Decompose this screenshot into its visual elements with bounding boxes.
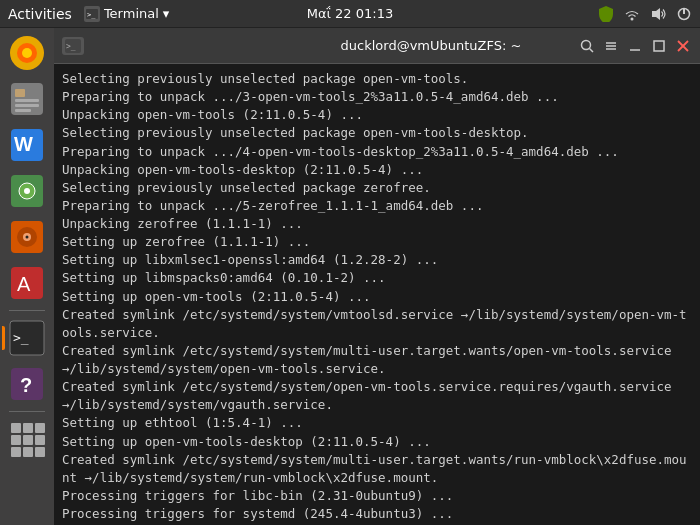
apps-grid-icon <box>9 421 45 457</box>
launcher-item-browser[interactable] <box>6 32 48 74</box>
svg-point-31 <box>582 40 591 49</box>
terminal-line: Processing triggers for libc-bin (2.31-0… <box>62 487 692 505</box>
terminal-line: Preparing to unpack .../3-open-vm-tools_… <box>62 88 692 106</box>
terminal-line: Created symlink /etc/systemd/system/vmto… <box>62 306 692 342</box>
launcher-item-terminal[interactable]: >_ <box>6 317 48 359</box>
launcher-item-help[interactable]: ? <box>6 363 48 405</box>
terminal-line: Selecting previously unselected package … <box>62 124 692 142</box>
terminal-line: Unpacking open-vm-tools-desktop (2:11.0.… <box>62 161 692 179</box>
launcher-item-music[interactable] <box>6 216 48 258</box>
vpn-icon[interactable] <box>598 6 614 22</box>
svg-rect-11 <box>15 99 39 102</box>
terminal-maximize-button[interactable] <box>650 37 668 55</box>
svg-text:>_: >_ <box>13 330 29 345</box>
launcher-sidebar: W A >_ ? <box>0 28 54 525</box>
svg-text:>_: >_ <box>66 42 76 51</box>
terminal-line: Setting up libxmlsec1-openssl:amd64 (1.2… <box>62 251 692 269</box>
network-icon[interactable] <box>624 6 640 22</box>
terminal-menu-label: Terminal <box>104 6 159 21</box>
svg-text:?: ? <box>20 374 32 396</box>
svg-text:>_: >_ <box>87 11 96 19</box>
terminal-line: Created symlink /etc/systemd/system/mult… <box>62 451 692 487</box>
top-bar: Activities >_ Terminal ▾ Μαΐ 22 01:13 <box>0 0 700 28</box>
launcher-item-photos[interactable] <box>6 170 48 212</box>
svg-point-8 <box>22 48 32 58</box>
svg-text:A: A <box>17 273 31 295</box>
terminal-line: Setting up zerofree (1.1.1-1) ... <box>62 233 692 251</box>
terminal-line: Unpacking zerofree (1.1.1-1) ... <box>62 215 692 233</box>
terminal-menu-dropdown[interactable]: ▾ <box>163 6 170 21</box>
svg-point-22 <box>26 236 29 239</box>
svg-point-2 <box>631 17 634 20</box>
activities-button[interactable]: Activities <box>8 6 72 22</box>
terminal-line: Setting up open-vm-tools-desktop (2:11.0… <box>62 433 692 451</box>
launcher-divider-2 <box>9 411 45 412</box>
titlebar-left-controls: >_ <box>62 37 84 55</box>
terminal-close-button[interactable] <box>674 37 692 55</box>
terminal-search-button[interactable] <box>578 37 596 55</box>
titlebar-right-controls <box>578 37 692 55</box>
svg-rect-12 <box>15 104 39 107</box>
terminal-line: Created symlink /etc/systemd/system/mult… <box>62 342 692 378</box>
topbar-left: Activities >_ Terminal ▾ <box>8 6 169 22</box>
terminal-minimize-button[interactable] <box>626 37 644 55</box>
terminal-menu-button[interactable] <box>602 37 620 55</box>
terminal-menu-icon: >_ <box>84 6 100 22</box>
launcher-show-apps-button[interactable] <box>6 418 48 460</box>
svg-point-18 <box>24 188 30 194</box>
launcher-item-office[interactable]: W <box>6 124 48 166</box>
volume-icon[interactable] <box>650 6 666 22</box>
terminal-line: Unpacking open-vm-tools (2:11.0.5-4) ... <box>62 106 692 124</box>
terminal-output[interactable]: Selecting previously unselected package … <box>54 64 700 525</box>
launcher-item-appstore[interactable]: A <box>6 262 48 304</box>
terminal-line: Preparing to unpack .../4-open-vm-tools-… <box>62 143 692 161</box>
terminal-titlebar: >_ ducklord@vmUbuntuZFS: ~ <box>54 28 700 64</box>
terminal-line: Setting up ethtool (1:5.4-1) ... <box>62 414 692 432</box>
svg-line-32 <box>590 48 594 52</box>
terminal-window: >_ ducklord@vmUbuntuZFS: ~ <box>54 28 700 525</box>
terminal-line: Preparing to unpack .../5-zerofree_1.1.1… <box>62 197 692 215</box>
terminal-line: Created symlink /etc/systemd/system/open… <box>62 378 692 414</box>
terminal-line: Selecting previously unselected package … <box>62 179 692 197</box>
terminal-line: Selecting previously unselected package … <box>62 70 692 88</box>
launcher-item-files[interactable] <box>6 78 48 120</box>
svg-rect-10 <box>15 89 25 97</box>
power-icon[interactable] <box>676 6 692 22</box>
svg-marker-3 <box>652 8 660 20</box>
svg-rect-13 <box>15 109 31 112</box>
terminal-tab-icon: >_ <box>62 37 84 55</box>
svg-text:W: W <box>14 133 33 155</box>
terminal-menu-item[interactable]: >_ Terminal ▾ <box>84 6 169 22</box>
topbar-datetime: Μαΐ 22 01:13 <box>307 6 393 21</box>
terminal-line: Processing triggers for systemd (245.4-4… <box>62 505 692 523</box>
terminal-line: Setting up open-vm-tools (2:11.0.5-4) ..… <box>62 288 692 306</box>
svg-rect-37 <box>654 41 664 51</box>
terminal-line: Setting up libmspacks0:amd64 (0.10.1-2) … <box>62 269 692 287</box>
launcher-divider-1 <box>9 310 45 311</box>
topbar-right <box>598 6 692 22</box>
